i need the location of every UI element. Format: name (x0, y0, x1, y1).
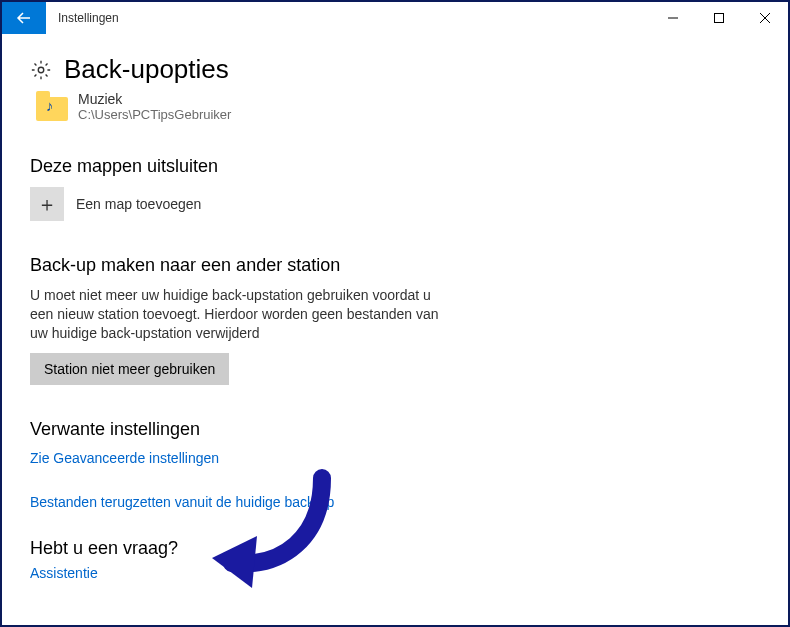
assistance-link[interactable]: Assistentie (30, 565, 760, 581)
exclude-heading: Deze mappen uitsluiten (30, 156, 760, 177)
current-folder-row: ♪ Muziek C:\Users\PCTipsGebruiker (36, 91, 760, 122)
minimize-button[interactable] (650, 2, 696, 34)
other-drive-heading: Back-up maken naar een ander station (30, 255, 760, 276)
restore-files-link[interactable]: Bestanden terugzetten vanuit de huidige … (30, 494, 760, 510)
stop-using-drive-button[interactable]: Station niet meer gebruiken (30, 353, 229, 385)
maximize-icon (714, 13, 724, 23)
advanced-settings-link[interactable]: Zie Geavanceerde instellingen (30, 450, 760, 466)
add-folder-row[interactable]: ＋ Een map toevoegen (30, 187, 760, 221)
folder-text: Muziek C:\Users\PCTipsGebruiker (78, 91, 231, 122)
back-button[interactable] (2, 2, 46, 34)
close-button[interactable] (742, 2, 788, 34)
help-heading: Hebt u een vraag? (30, 538, 760, 559)
folder-name: Muziek (78, 91, 231, 107)
content-area: Back-upopties ♪ Muziek C:\Users\PCTipsGe… (2, 34, 788, 601)
add-folder-button[interactable]: ＋ (30, 187, 64, 221)
svg-rect-0 (715, 14, 724, 23)
svg-point-1 (38, 67, 44, 73)
minimize-icon (668, 13, 678, 23)
add-folder-label: Een map toevoegen (76, 196, 201, 212)
titlebar: Instellingen (2, 2, 788, 34)
music-folder-icon: ♪ (36, 93, 68, 121)
related-heading: Verwante instellingen (30, 419, 760, 440)
window-title: Instellingen (46, 11, 650, 25)
page-title: Back-upopties (64, 54, 229, 85)
back-arrow-icon (16, 10, 32, 26)
page-header: Back-upopties (30, 54, 760, 85)
folder-path: C:\Users\PCTipsGebruiker (78, 107, 231, 122)
gear-icon (30, 59, 52, 81)
plus-icon: ＋ (37, 191, 57, 218)
window-controls (650, 2, 788, 34)
maximize-button[interactable] (696, 2, 742, 34)
close-icon (760, 13, 770, 23)
other-drive-description: U moet niet meer uw huidige back-upstati… (30, 286, 440, 343)
